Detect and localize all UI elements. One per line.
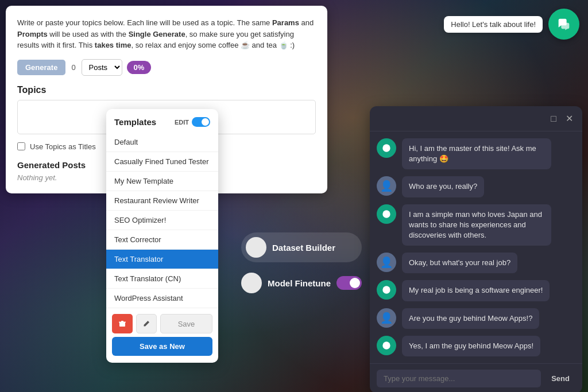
ai-avatar-1 xyxy=(377,138,396,158)
model-finetune-icon xyxy=(241,273,262,293)
templates-title: Templates xyxy=(114,117,156,127)
user-avatar-4 xyxy=(377,253,396,272)
template-item-default[interactable]: Default xyxy=(106,133,218,152)
template-item-casually[interactable]: Casually Fined Tuned Tester xyxy=(106,152,218,172)
dataset-builder-icon xyxy=(246,237,266,258)
chat-widget: □ ✕ Hi, I am the master of this site! As… xyxy=(370,106,582,392)
checkbox-label: Use Topics as Titles xyxy=(30,142,96,151)
edit-toggle-switch[interactable] xyxy=(192,117,210,127)
chat-send-button[interactable]: Send xyxy=(546,371,575,386)
topics-section-title: Topics xyxy=(17,85,316,95)
template-list: Default Casually Fined Tuned Tester My N… xyxy=(106,133,218,308)
delete-template-button[interactable] xyxy=(112,314,133,333)
chat-message-6: Are you the guy behind Meow Apps!? xyxy=(377,308,575,329)
pencil-icon xyxy=(142,320,150,328)
chat-minimize-button[interactable]: □ xyxy=(548,112,559,125)
posts-select[interactable]: Posts xyxy=(82,59,122,76)
dataset-builder-button[interactable]: Dataset Builder xyxy=(241,232,362,262)
chat-icon-area: Hello! Let's talk about life! xyxy=(444,9,579,40)
edit-toggle: EDIT xyxy=(175,117,210,127)
chat-message-2: Who are you, really? xyxy=(377,176,575,197)
chat-message-5: My real job is being a software engineer… xyxy=(377,280,575,301)
chat-message-1: Hi, I am the master of this site! Ask me… xyxy=(377,138,575,169)
edit-label: EDIT xyxy=(175,119,189,126)
user-avatar-6 xyxy=(377,308,396,328)
dataset-builder-label: Dataset Builder xyxy=(272,243,335,253)
svg-rect-2 xyxy=(119,322,126,323)
svg-point-6 xyxy=(382,286,390,294)
chat-close-button[interactable]: ✕ xyxy=(563,112,575,125)
chat-bubble-6: Are you the guy behind Meow Apps!? xyxy=(402,308,539,329)
svg-point-7 xyxy=(382,341,390,349)
svg-point-5 xyxy=(382,210,390,218)
templates-header: Templates EDIT xyxy=(106,117,218,133)
chat-icon-button[interactable] xyxy=(548,9,579,40)
trash-icon xyxy=(118,320,126,328)
chat-message-3: I am a simple man who loves Japan and wa… xyxy=(377,204,575,246)
template-actions: Save xyxy=(106,308,218,337)
floating-buttons: Dataset Builder Model Finetune xyxy=(241,232,362,293)
template-item-translator[interactable]: Text Translator xyxy=(106,250,218,269)
posts-count: 0 xyxy=(71,63,75,72)
model-finetune-label: Model Finetune xyxy=(268,278,331,288)
chat-bubble-1: Hi, I am the master of this site! Ask me… xyxy=(402,138,551,169)
chat-message-7: Yes, I am the guy behind Meow Apps! xyxy=(377,336,575,356)
ai-avatar-3 xyxy=(377,204,396,224)
chat-bubble-3: I am a simple man who loves Japan and wa… xyxy=(402,204,551,246)
chat-bubble-5: My real job is being a software engineer… xyxy=(402,280,550,301)
template-item-seo[interactable]: SEO Optimizer! xyxy=(106,211,218,230)
svg-rect-0 xyxy=(119,322,125,327)
ai-avatar-5 xyxy=(377,280,396,300)
model-finetune-toggle[interactable] xyxy=(336,276,362,290)
progress-badge: 0% xyxy=(127,61,152,74)
chat-input[interactable] xyxy=(377,370,541,387)
chat-titlebar: □ ✕ xyxy=(370,106,582,131)
save-as-new-button[interactable]: Save as New xyxy=(112,337,212,356)
template-item-wordpress[interactable]: WordPress Assistant xyxy=(106,289,218,308)
template-item-translator-cn[interactable]: Text Translator (CN) xyxy=(106,269,218,289)
save-button[interactable]: Save xyxy=(160,314,212,333)
chat-bubbles-icon xyxy=(556,16,572,32)
chat-tooltip: Hello! Let's talk about life! xyxy=(444,16,543,33)
chat-message-4: Okay, but what's your real job? xyxy=(377,253,575,273)
template-item-restaurant[interactable]: Restaurant Review Writer xyxy=(106,191,218,211)
chat-bubble-2: Who are you, really? xyxy=(402,176,484,197)
template-item-corrector[interactable]: Text Corrector xyxy=(106,230,218,250)
user-avatar-2 xyxy=(377,176,396,196)
toolbar: Generate 0 Posts 0% xyxy=(17,59,316,76)
template-item-new[interactable]: My New Template xyxy=(106,172,218,191)
ai-avatar-7 xyxy=(377,336,396,355)
chat-bubble-7: Yes, I am the guy behind Meow Apps! xyxy=(402,336,540,356)
chat-bubble-4: Okay, but what's your real job? xyxy=(402,253,517,273)
templates-panel: Templates EDIT Default Casually Fined Tu… xyxy=(106,109,218,363)
model-finetune-row: Model Finetune xyxy=(241,273,362,293)
use-topics-titles-checkbox[interactable] xyxy=(17,142,25,150)
edit-template-button[interactable] xyxy=(136,314,157,333)
description-text: Write or paste your topics below. Each l… xyxy=(17,17,316,51)
chat-messages: Hi, I am the master of this site! Ask me… xyxy=(370,131,582,363)
chat-input-row: Send xyxy=(370,363,582,392)
generate-button[interactable]: Generate xyxy=(17,60,65,75)
